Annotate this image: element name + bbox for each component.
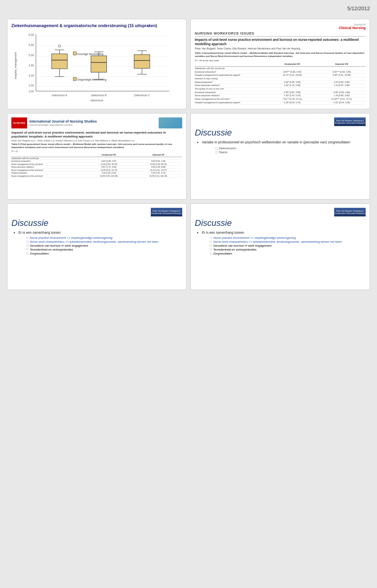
elsevier-logo: ELSEVIER [11, 117, 27, 128]
disc-sub-ziekenhuizen: Ziekenhuizen [215, 147, 366, 150]
table-header: Unadjusted OR Adjusted OR [195, 63, 366, 67]
disc-subitems-1: Ziekenhuizen Teams [206, 147, 366, 154]
table-row: Nurse-physician relations²3.81* [1.72, 6… [11, 166, 182, 169]
table-row: Hospital management & organisational sup… [195, 74, 366, 77]
ijns-n-label: N = 11 [11, 150, 182, 153]
disc-intro-item: Er is een samenhang tussen [18, 231, 182, 234]
ijns-table-note: Table 5 (Total generalised linear mixed … [11, 143, 182, 149]
sub-text-2: Nurse work characteristics => arbeidsint… [30, 240, 158, 244]
ijns-table: Table 5 (Total generalised linear mixed … [11, 143, 182, 178]
disc-sub-teams: Teams [215, 150, 366, 154]
table-row: Nurse-physician relations²1.82* [1.43, 5… [195, 84, 366, 88]
table-row: Depersonalisation4.19 [1.80, 9.30]4.05 [… [11, 172, 182, 175]
table-row: Nurse management at the unit level²12.04… [11, 163, 182, 166]
discussie-title-3: Discussie [195, 218, 366, 228]
svg-rect-38 [73, 52, 77, 55]
article-title-2: Impacts of unit-level nurse practice env… [195, 38, 366, 46]
svg-text:hospital_management: hospital_management [14, 52, 17, 79]
svg-text:4,00: 4,00 [29, 74, 34, 77]
table-title-2: Table 3 Generalised linear mixed effects… [195, 51, 366, 58]
disc-intro-item-3: Er is een samenhang tussen [202, 231, 366, 234]
slide-discussie-1: Peter Van Bogaert Verpleging & Vroedkund… [190, 113, 370, 200]
svg-rect-16 [52, 54, 68, 69]
sub-text-3: Gevoelens van burnout ⇔ werk engagement [30, 244, 88, 247]
journal-header: Journal of Clinical Nursing [195, 23, 366, 30]
sub-item-4: ◻ Tevredenheid en verloopintenties [26, 248, 182, 251]
sub-text-5: Zorgresultaten [30, 252, 49, 255]
page-date: 5/12/2012 [347, 5, 370, 11]
svg-text:ziekenhuis A: ziekenhuis A [52, 94, 68, 97]
table-row: Intention to stay nursing [195, 77, 366, 81]
svg-text:Gunstige beoordeling: Gunstige beoordeling [77, 53, 104, 56]
sub-item-6-3: ◻ Gevoelens van burnout ⇔ werk engagemen… [210, 244, 366, 247]
ijns-cover-image [159, 117, 182, 128]
disc-list-3: Er is een samenhang tussen [202, 231, 366, 234]
table-row: Satisfaction with the current job [11, 157, 182, 160]
nwf-title: NURSING WORKFORCE ISSUES [195, 31, 366, 37]
disc-list-2: Er is een samenhang tussen [18, 231, 182, 234]
svg-text:4,50: 4,50 [29, 64, 34, 67]
logo-box: Peter Van Bogaert Verpleging & Vroedkund… [334, 117, 366, 126]
ijns-table-rows: Satisfaction with the current job Emotio… [11, 157, 182, 178]
journal-prefix: Journal of [339, 23, 366, 26]
ijns-name: International Journal of Nursing Studies [29, 119, 157, 124]
slide-logo-5: Peter Van Bogaert Verpleging & Vroedkund… [11, 208, 182, 216]
sub-text-6-5: Zorgresultaten [213, 252, 232, 255]
sub-item-6-1: ◻ Nurse practice environment => verpleeg… [210, 236, 366, 240]
table-row: Emotional exhaustion²3.83*** [0.83, 3.94… [195, 71, 366, 74]
sub-item-6-4: ◻ Tevredenheid en verloopintenties [210, 248, 366, 251]
disc-list-1: Variatie in professioneel en psychisch w… [202, 140, 366, 144]
slide-1-title: Ziekenhuismanagement & organisatorische … [11, 23, 182, 29]
sub-text-6-1: Nurse practice environment => verpleegku… [213, 236, 296, 240]
table-row: Nurse-physician relations²1.83* [1.43, 5… [195, 94, 366, 98]
journal-name: Clinical Nursing [339, 26, 366, 30]
slide-clinical-nursing: Journal of Clinical Nursing NURSING WORK… [190, 19, 370, 109]
table-row: Emotional exhaustion²0.94* [0.89, 0.97]0… [11, 160, 182, 163]
table-row: Nurse management at the unit level²22.55… [11, 175, 182, 178]
x-axis-label: ziekenhuis [11, 99, 182, 102]
sub-text-6-4: Tevredenheid en verloopintenties [213, 248, 256, 251]
boxplot-svg: 6,00 5,50 5,00 4,50 4,00 3,50 3,00 [11, 30, 182, 99]
article-authors-2: Peter Van Bogaert, Sean Clarke, Ella Roe… [195, 47, 366, 50]
sub-text-6-3: Gevoelens van burnout ⇔ werk engagement [213, 244, 271, 247]
table-row: Satisfaction with the current job [195, 67, 366, 71]
table-area-2: Table 3 Generalised linear mixed effects… [195, 51, 366, 104]
discussie-title-2: Discussie [11, 218, 182, 228]
svg-text:3,50: 3,50 [29, 84, 34, 87]
svg-text:ziekenhuis B: ziekenhuis B [91, 94, 107, 97]
ijns-url: journal homepage: www.elsevier.com/ijns [29, 124, 157, 126]
slide-logo-4: Peter Van Bogaert Verpleging & Vroedkund… [195, 117, 366, 126]
logo-box-6: Peter Van Bogaert Verpleging & Vroedkund… [334, 208, 366, 216]
table-row: Depersonalisation²0.69* [0.98, 3.08]0.97… [195, 81, 366, 84]
disc-subitems-2: ◻ Nurse practice environment => verpleeg… [22, 236, 182, 255]
table-rows: Satisfaction with the current job Emotio… [195, 67, 366, 105]
svg-text:5,00: 5,00 [29, 54, 34, 57]
sub-item-6-5: ◻ Zorgresultaten [210, 252, 366, 255]
svg-rect-23 [91, 56, 107, 72]
sub-text-4: Tevredenheid en verloopintenties [30, 248, 73, 251]
discussie-title-1: Discussie [195, 128, 366, 138]
table-row: Nurse management at the unit level²7.51*… [195, 98, 366, 101]
elsevier-header: ELSEVIER International Journal of Nursin… [11, 117, 182, 128]
svg-rect-40 [73, 77, 77, 81]
svg-text:6,00: 6,00 [29, 33, 34, 36]
logo-text-6: Peter Van Bogaert Verpleging & Vroedkund… [334, 210, 366, 214]
sub-item-2: ◻ Nurse work characteristics => arbeidsi… [26, 240, 182, 244]
ijns-header-text: International Journal of Nursing Studies… [29, 119, 157, 126]
svg-text:Ziekenhuis C: Ziekenhuis C [134, 94, 150, 97]
logo-box-5: Peter Van Bogaert Verpleging & Vroedkund… [151, 208, 182, 216]
svg-text:3,00: 3,00 [29, 90, 34, 93]
slide-discussie-3: Peter Van Bogaert Verpleging & Vroedkund… [190, 203, 370, 290]
table-row: Emotional exhaustion²0.95* [0.83, 3.99]0… [195, 91, 366, 95]
slide-hospital-management: Ziekenhuismanagement & organisatorische … [7, 19, 187, 109]
disc-subitems-3: ◻ Nurse practice environment => verpleeg… [205, 236, 366, 255]
slide-logo-6: Peter Van Bogaert Verpleging & Vroedkund… [195, 208, 366, 216]
ijns-article-title: Impacts of unit-level nurse practice env… [11, 131, 182, 139]
table-row: Nurse management at the unit level²14.05… [11, 169, 182, 172]
table-row: The quality of care on the unit³ [195, 88, 366, 91]
disc-item-variatie: Variatie in professioneel en psychisch w… [202, 140, 366, 144]
sub-text-6-2: Nurse work characteristics => arbeidsint… [213, 240, 342, 244]
svg-rect-29 [134, 55, 150, 68]
logo-text-5: Peter Van Bogaert Verpleging & Vroedkund… [151, 210, 182, 214]
sub-item-1: ◻ Nurse practice environment => verpleeg… [26, 236, 182, 240]
